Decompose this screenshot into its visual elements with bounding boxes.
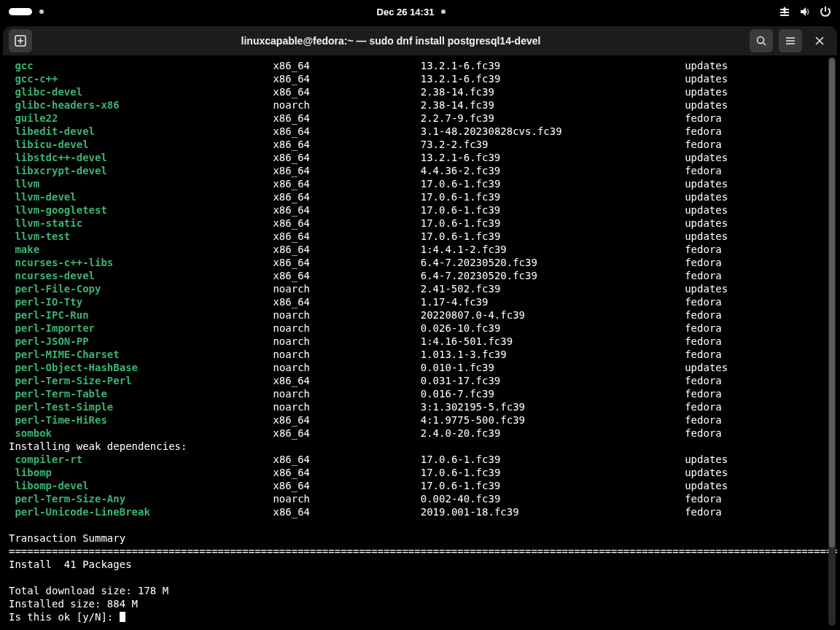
confirm-prompt[interactable]: Is this ok [y/N]:: [9, 610, 831, 623]
package-details: x86_64 0.031-17.fc39 fedora 21 k: [132, 375, 837, 386]
package-row: perl-Term-Table noarch 0.016-7.fc39 fedo…: [9, 387, 831, 400]
package-row: llvm-googletest x86_64 17.0.6-1.fc39 upd…: [9, 203, 831, 217]
package-name: llvm-devel: [9, 191, 77, 203]
package-details: x86_64 17.0.6-1.fc39 updates 2.3 M: [82, 454, 837, 465]
package-details: x86_64 17.0.6-1.fc39 updates 356 k: [107, 204, 837, 216]
package-name: perl-JSON-PP: [9, 335, 89, 347]
terminal-titlebar: linuxcapable@fedora:~ — sudo dnf install…: [3, 26, 837, 55]
package-row: llvm-devel x86_64 17.0.6-1.fc39 updates …: [9, 190, 831, 203]
package-name: perl-Time-HiRes: [9, 414, 107, 426]
svg-point-1: [758, 37, 764, 44]
package-details: x86_64 17.0.6-1.fc39 updates 624 k: [52, 467, 837, 478]
topbar-left: [9, 8, 44, 15]
package-row: perl-Unicode-LineBreak x86_64 2019.001-1…: [9, 505, 831, 518]
package-name: perl-Term-Size-Perl: [9, 375, 132, 386]
package-details: x86_64 2.2.7-9.fc39 fedora 6.5 M: [58, 112, 837, 124]
package-row: glibc-devel x86_64 2.38-14.fc39 updates …: [9, 85, 831, 98]
package-name: make: [9, 244, 39, 255]
package-details: x86_64 73.2-2.fc39 fedora 924 k: [89, 139, 837, 150]
package-name: perl-Term-Table: [9, 388, 107, 400]
package-details: x86_64 6.4-7.20230520.fc39 fedora 37 k: [113, 257, 837, 268]
package-row: perl-Importer noarch 0.026-10.fc39 fedor…: [9, 322, 831, 335]
volume-icon[interactable]: [799, 6, 811, 18]
package-details: noarch 0.002-40.fc39 fedora 13 k: [125, 493, 837, 505]
package-name: llvm-test: [9, 230, 70, 242]
activities-button[interactable]: [9, 8, 32, 15]
download-size: Total download size: 178 M: [9, 584, 831, 597]
package-name: gcc-c++: [9, 73, 58, 85]
installed-size: Installed size: 884 M: [9, 597, 831, 610]
package-row: perl-Term-Size-Perl x86_64 0.031-17.fc39…: [9, 374, 831, 387]
new-tab-button[interactable]: [9, 29, 32, 52]
package-details: x86_64 1:4.4.1-2.fc39 fedora 589 k: [39, 244, 837, 255]
topbar-clock[interactable]: Dec 26 14:31: [377, 7, 446, 18]
package-name: perl-MIME-Charset: [9, 349, 120, 360]
network-icon[interactable]: [779, 6, 790, 18]
package-row: gcc-c++ x86_64 13.2.1-6.fc39 updates 13 …: [9, 72, 831, 85]
package-details: noarch 1:4.16-501.fc39 fedora 67 k: [89, 335, 837, 347]
transaction-summary-header: Transaction Summary: [9, 532, 831, 545]
weak-deps-header: Installing weak dependencies:: [9, 440, 831, 453]
package-details: x86_64 13.2.1-6.fc39 updates 2.6 M: [107, 152, 837, 163]
prompt-text: Is this ok [y/N]:: [9, 611, 120, 623]
package-row: perl-MIME-Charset noarch 1.013.1-3.fc39 …: [9, 348, 831, 361]
blank-line: [9, 571, 831, 584]
package-row: glibc-headers-x86 noarch 2.38-14.fc39 up…: [9, 98, 831, 112]
package-name: libedit-devel: [9, 125, 95, 137]
package-name: libstdc++-devel: [9, 152, 107, 163]
package-name: llvm: [9, 178, 39, 190]
package-name: ncurses-devel: [9, 270, 95, 281]
scrollbar-thumb[interactable]: [829, 58, 835, 548]
package-details: noarch 20220807.0-4.fc39 fedora 121 k: [89, 309, 837, 321]
package-row: libicu-devel x86_64 73.2-2.fc39 fedora 9…: [9, 138, 831, 151]
package-name: libomp: [9, 467, 52, 478]
package-row: make x86_64 1:4.4.1-2.fc39 fedora 589 k: [9, 243, 831, 256]
package-row: compiler-rt x86_64 17.0.6-1.fc39 updates…: [9, 453, 831, 466]
package-row: perl-IO-Tty x86_64 1.17-4.fc39 fedora 42…: [9, 295, 831, 308]
package-name: perl-IPC-Run: [9, 309, 89, 321]
package-name: libicu-devel: [9, 139, 89, 150]
package-name: compiler-rt: [9, 454, 82, 465]
package-details: x86_64 4.4.36-2.fc39 fedora 30 k: [107, 165, 837, 176]
package-name: perl-Term-Size-Any: [9, 493, 125, 505]
package-row: sombok x86_64 2.4.0-20.fc39 fedora 48 k: [9, 427, 831, 440]
package-details: x86_64 4:1.9775-500.fc39 fedora 57 k: [107, 414, 837, 426]
blank-line: [9, 518, 831, 532]
window-title: linuxcapable@fedora:~ — sudo dnf install…: [32, 35, 750, 47]
package-row: perl-IPC-Run noarch 20220807.0-4.fc39 fe…: [9, 308, 831, 322]
package-name: sombok: [9, 427, 52, 439]
package-details: noarch 3:1.302195-5.fc39 fedora 575 k: [113, 401, 837, 413]
package-details: x86_64 13.2.1-6.fc39 updates 13 M: [58, 73, 837, 85]
package-name: perl-IO-Tty: [9, 296, 82, 308]
package-row: guile22 x86_64 2.2.7-9.fc39 fedora 6.5 M: [9, 112, 831, 125]
package-row: perl-Object-HashBase noarch 0.010-1.fc39…: [9, 361, 831, 374]
package-details: x86_64 2019.001-18.fc39 fedora 120 k: [150, 506, 837, 518]
package-details: x86_64 17.0.6-1.fc39 updates 35 M: [82, 217, 837, 229]
package-details: x86_64 13.2.1-6.fc39 updates 34 M: [34, 60, 837, 71]
package-row: libstdc++-devel x86_64 13.2.1-6.fc39 upd…: [9, 151, 831, 164]
package-details: noarch 0.010-1.fc39 updates 26 k: [138, 362, 837, 373]
scrollbar[interactable]: [828, 57, 836, 626]
terminal-viewport: gcc x86_64 13.2.1-6.fc39 updates 34 M gc…: [3, 55, 837, 627]
search-button[interactable]: [750, 29, 773, 52]
close-button[interactable]: [808, 29, 831, 52]
menu-button[interactable]: [779, 29, 802, 52]
package-name: libxcrypt-devel: [9, 165, 107, 176]
package-name: perl-Importer: [9, 322, 95, 334]
workspace-dot: [39, 9, 44, 14]
package-row: ncurses-c++-libs x86_64 6.4-7.20230520.f…: [9, 256, 831, 269]
package-row: perl-File-Copy noarch 2.41-502.fc39 upda…: [9, 282, 831, 295]
package-row: libedit-devel x86_64 3.1-48.20230828cvs.…: [9, 125, 831, 138]
package-details: noarch 2.41-502.fc39 updates 20 k: [101, 283, 837, 295]
package-row: perl-Term-Size-Any noarch 0.002-40.fc39 …: [9, 492, 831, 505]
install-count: Install 41 Packages: [9, 558, 831, 571]
package-name: gcc: [9, 60, 34, 71]
package-name: ncurses-c++-libs: [9, 257, 113, 268]
topbar-right: [779, 6, 831, 18]
package-details: x86_64 17.0.6-1.fc39 updates 25 M: [39, 178, 837, 190]
power-icon[interactable]: [820, 6, 831, 18]
package-row: libomp x86_64 17.0.6-1.fc39 updates 624 …: [9, 466, 831, 479]
package-details: noarch 0.016-7.fc39 fedora 34 k: [107, 388, 837, 400]
package-row: llvm-test x86_64 17.0.6-1.fc39 updates 6…: [9, 230, 831, 243]
terminal-output[interactable]: gcc x86_64 13.2.1-6.fc39 updates 34 M gc…: [3, 55, 837, 627]
